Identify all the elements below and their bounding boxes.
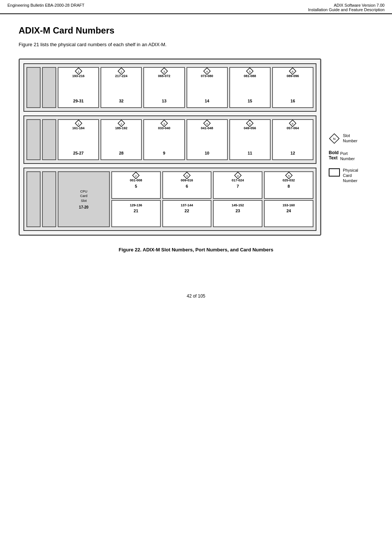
svg-text:1: 1 [77, 70, 79, 73]
slot-num-tag: 2 [132, 172, 140, 179]
port-number: 12 [290, 151, 295, 155]
legend: N SlotNumber BoldText PortNumber Physica… [329, 58, 373, 236]
slot-num-tag: 3 [183, 172, 191, 179]
page-footer: 42 of 105 [0, 290, 392, 302]
diagram-area: 1 193-216 29-31 2 217-224 32 [19, 58, 373, 236]
port-number: 29-31 [73, 99, 84, 103]
slot-diamond-icon: 5 [246, 67, 254, 75]
figure-caption: Figure 22. ADIX-M Slot Numbers, Port Num… [19, 247, 373, 252]
port-number: 15 [248, 99, 252, 103]
port-number: 13 [162, 99, 166, 103]
shelf1-slot-6: 6 089-096 16 [272, 67, 313, 108]
blank-slot-3b [42, 171, 56, 227]
svg-text:2: 2 [121, 70, 122, 73]
port-number: 16 [290, 99, 295, 103]
shelf2-slot-6: 6 057-064 12 [272, 119, 313, 160]
shelf2-slot-1: 1 161-184 25-27 [58, 119, 99, 160]
page-header: Engineering Bulletin EBA-2000-28 DRAFT A… [0, 0, 392, 14]
slot-num-tag: 2 [118, 120, 125, 127]
svg-text:4: 4 [206, 122, 208, 126]
cpu-card-slot: CPUCardSlot 17-20 [58, 171, 110, 227]
slot-num-tag: 6 [289, 67, 296, 75]
legend-port-number: BoldText PortNumber [329, 150, 373, 162]
shelf1-slot-5: 5 081-088 15 [229, 67, 271, 108]
port-number: 9 [163, 151, 165, 155]
slot-num-tag: 5 [246, 67, 254, 75]
slot-num-tag: 6 [289, 120, 296, 127]
blank-slot-2a [26, 119, 41, 160]
shelf3-slot-2-top: 2 001-008 5 [111, 171, 161, 199]
shelf-1: 1 193-216 29-31 2 217-224 32 [23, 63, 316, 112]
shelf1-slot-1: 1 193-216 29-31 [58, 67, 99, 108]
shelf1-slot-3: 3 065-072 13 [143, 67, 185, 108]
shelf3-slot-4-top: 4 017-024 7 [213, 171, 262, 199]
svg-text:6: 6 [292, 122, 294, 126]
shelf2-slot-3: 3 033-040 9 [143, 119, 185, 160]
port-number: 7 [237, 184, 239, 188]
slot-num-tag: 3 [160, 120, 168, 127]
port-number: 24 [286, 209, 291, 213]
legend-slot-number: N SlotNumber [329, 133, 373, 144]
card-range: 129-136 [130, 203, 142, 207]
port-number: 22 [185, 209, 189, 213]
port-number: 6 [186, 184, 188, 188]
cpu-port: 17-20 [79, 205, 89, 209]
svg-text:N: N [333, 137, 336, 141]
svg-text:5: 5 [288, 174, 290, 178]
slot-diamond-icon: 2 [118, 120, 125, 127]
blank-slot-3a [26, 171, 41, 227]
port-number: 5 [135, 184, 137, 188]
shelf-3: CPUCardSlot 17-20 2 [23, 168, 316, 231]
port-number: 10 [205, 151, 209, 155]
shelves-container: 1 193-216 29-31 2 217-224 32 [19, 58, 321, 236]
port-number: 11 [248, 151, 252, 155]
svg-text:4: 4 [237, 174, 239, 178]
svg-text:2: 2 [135, 174, 137, 178]
port-number: 21 [134, 209, 138, 213]
slot-diamond-icon: 4 [203, 120, 211, 127]
svg-text:3: 3 [163, 70, 165, 73]
slot-num-tag: 4 [203, 67, 211, 75]
shelf3-slot-3-bottom: 137-144 22 [162, 200, 212, 228]
card-range: 153-160 [283, 203, 295, 207]
main-content: ADIX-M Card Numbers Figure 21 lists the … [0, 14, 392, 275]
blank-slot-2b [42, 119, 56, 160]
slot-diamond-icon: 6 [289, 120, 296, 127]
slot-diamond-icon: 3 [183, 172, 191, 179]
svg-text:5: 5 [249, 122, 251, 126]
shelf3-slot-5-bottom: 153-160 24 [264, 200, 313, 228]
slot-diamond-icon: 3 [160, 120, 168, 127]
legend-card-rect-icon [329, 168, 340, 177]
slot-num-tag: 2 [118, 67, 125, 75]
svg-text:2: 2 [121, 122, 122, 126]
shelf1-slot-2: 2 217-224 32 [101, 67, 142, 108]
slot-num-tag: 4 [234, 172, 242, 179]
slot-num-tag: 4 [203, 120, 211, 127]
slot-num-tag: 5 [285, 172, 293, 179]
blank-slot-1b [42, 67, 56, 108]
intro-text: Figure 21 lists the physical card number… [19, 42, 373, 47]
header-right-line1: ADIX Software Version 7.00 [308, 3, 385, 7]
shelf1-slot-4: 4 073-080 14 [187, 67, 228, 108]
port-number: 23 [236, 209, 240, 213]
port-number: 25-27 [73, 151, 84, 155]
shelf2-slot-5: 5 049-056 11 [229, 119, 271, 160]
port-number: 14 [205, 99, 209, 103]
slot-num-tag: 3 [160, 67, 168, 75]
legend-physical-card-label: PhysicalCardNumber [343, 168, 358, 184]
blank-slot-1a [26, 67, 41, 108]
slot-num-tag: 1 [75, 67, 82, 75]
slot-diamond-icon: 1 [75, 120, 82, 127]
svg-text:6: 6 [292, 70, 294, 73]
page-number: 42 of 105 [187, 293, 205, 299]
slot-diamond-icon: 4 [234, 172, 242, 179]
slot-num-tag: 5 [246, 120, 254, 127]
header-right-line2: Installation Guide and Feature Descripti… [308, 7, 385, 12]
slot-diamond-icon: 4 [203, 67, 211, 75]
svg-text:1: 1 [77, 122, 79, 126]
legend-bold-text-label: BoldText [329, 150, 339, 161]
slot-diamond-icon: 5 [285, 172, 293, 179]
shelf3-slot-3-top: 3 009-016 6 [162, 171, 212, 199]
legend-physical-card: PhysicalCardNumber [329, 168, 373, 184]
header-left: Engineering Bulletin EBA-2000-28 DRAFT [7, 3, 85, 7]
